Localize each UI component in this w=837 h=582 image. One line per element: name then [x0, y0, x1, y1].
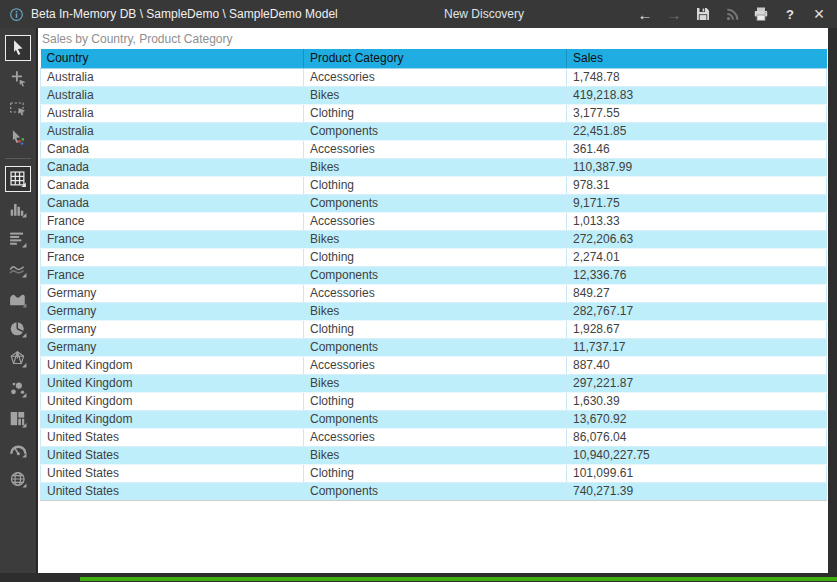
- bottom-strip: [0, 573, 837, 582]
- table-cell[interactable]: Germany: [41, 284, 304, 302]
- help-button[interactable]: ?: [780, 4, 800, 24]
- table-cell[interactable]: 9,171.75: [567, 194, 827, 212]
- table-cell[interactable]: Accessories: [304, 428, 567, 446]
- table-cell[interactable]: Components: [304, 410, 567, 428]
- points-select-tool[interactable]: [5, 125, 31, 151]
- table-cell[interactable]: France: [41, 212, 304, 230]
- table-cell[interactable]: 101,099.61: [567, 464, 827, 482]
- save-button[interactable]: [693, 4, 713, 24]
- table-cell[interactable]: 3,177.55: [567, 104, 827, 122]
- table-cell[interactable]: Germany: [41, 320, 304, 338]
- table-cell[interactable]: Accessories: [304, 284, 567, 302]
- table-cell[interactable]: Accessories: [304, 140, 567, 158]
- table-cell[interactable]: Bikes: [304, 302, 567, 320]
- table-cell[interactable]: 978.31: [567, 176, 827, 194]
- column-header-sales[interactable]: Sales: [567, 49, 827, 68]
- table-cell[interactable]: Components: [304, 122, 567, 140]
- print-button[interactable]: [751, 4, 771, 24]
- table-cell[interactable]: Canada: [41, 158, 304, 176]
- table-cell[interactable]: 849.27: [567, 284, 827, 302]
- gauge-view[interactable]: [5, 436, 31, 462]
- pointer-tool[interactable]: [5, 35, 31, 61]
- treemap-view[interactable]: [5, 406, 31, 432]
- table-cell[interactable]: 1,928.67: [567, 320, 827, 338]
- table-cell[interactable]: 1,630.39: [567, 392, 827, 410]
- back-button[interactable]: ←: [635, 4, 655, 24]
- table-cell[interactable]: Clothing: [304, 464, 567, 482]
- forward-button[interactable]: →: [664, 4, 684, 24]
- table-cell[interactable]: Accessories: [304, 356, 567, 374]
- table-cell[interactable]: Components: [304, 194, 567, 212]
- table-cell[interactable]: 11,737.17: [567, 338, 827, 356]
- scatter-chart-view[interactable]: [5, 376, 31, 402]
- table-cell[interactable]: 887.40: [567, 356, 827, 374]
- table-cell[interactable]: Accessories: [304, 212, 567, 230]
- table-cell[interactable]: France: [41, 266, 304, 284]
- plus-pointer-tool[interactable]: [5, 65, 31, 91]
- table-cell[interactable]: United Kingdom: [41, 392, 304, 410]
- table-cell[interactable]: 740,271.39: [567, 482, 827, 500]
- close-button[interactable]: ×: [809, 4, 829, 24]
- table-cell[interactable]: Australia: [41, 104, 304, 122]
- table-cell[interactable]: Accessories: [304, 68, 567, 86]
- table-cell[interactable]: United States: [41, 482, 304, 500]
- table-cell[interactable]: Australia: [41, 122, 304, 140]
- area-chart-view[interactable]: [5, 286, 31, 312]
- table-cell[interactable]: Australia: [41, 86, 304, 104]
- table-cell[interactable]: Clothing: [304, 320, 567, 338]
- table-cell[interactable]: France: [41, 248, 304, 266]
- table-cell[interactable]: United States: [41, 446, 304, 464]
- table-cell[interactable]: 419,218.83: [567, 86, 827, 104]
- info-icon[interactable]: [9, 7, 24, 22]
- table-cell[interactable]: 110,387.99: [567, 158, 827, 176]
- grid-view[interactable]: [5, 166, 31, 192]
- table-cell[interactable]: Canada: [41, 194, 304, 212]
- table-cell[interactable]: Bikes: [304, 86, 567, 104]
- table-cell[interactable]: 86,076.04: [567, 428, 827, 446]
- table-cell[interactable]: United Kingdom: [41, 410, 304, 428]
- table-cell[interactable]: Clothing: [304, 104, 567, 122]
- table-cell[interactable]: Components: [304, 338, 567, 356]
- table-cell[interactable]: 2,274.01: [567, 248, 827, 266]
- table-cell[interactable]: Bikes: [304, 230, 567, 248]
- table-cell[interactable]: United Kingdom: [41, 356, 304, 374]
- line-chart-view[interactable]: [5, 256, 31, 282]
- table-cell[interactable]: Clothing: [304, 248, 567, 266]
- column-header-country[interactable]: Country: [41, 49, 304, 68]
- table-cell[interactable]: France: [41, 230, 304, 248]
- table-cell[interactable]: 272,206.63: [567, 230, 827, 248]
- table-cell[interactable]: Germany: [41, 302, 304, 320]
- table-cell[interactable]: Bikes: [304, 446, 567, 464]
- table-cell[interactable]: Clothing: [304, 392, 567, 410]
- window-title: Beta In-Memory DB \ SampleDemo \ SampleD…: [31, 7, 338, 21]
- table-cell[interactable]: 282,767.17: [567, 302, 827, 320]
- table-cell[interactable]: 13,670.92: [567, 410, 827, 428]
- table-cell[interactable]: United States: [41, 464, 304, 482]
- table-cell[interactable]: 1,013.33: [567, 212, 827, 230]
- bar-chart-view[interactable]: [5, 226, 31, 252]
- map-view[interactable]: [5, 466, 31, 492]
- table-cell[interactable]: Components: [304, 482, 567, 500]
- table-cell[interactable]: Clothing: [304, 176, 567, 194]
- table-cell[interactable]: Canada: [41, 176, 304, 194]
- table-cell[interactable]: Australia: [41, 68, 304, 86]
- column-chart-view[interactable]: [5, 196, 31, 222]
- table-cell[interactable]: 1,748.78: [567, 68, 827, 86]
- table-cell[interactable]: Germany: [41, 338, 304, 356]
- table-cell[interactable]: Components: [304, 266, 567, 284]
- table-cell[interactable]: 297,221.87: [567, 374, 827, 392]
- column-header-product-category[interactable]: Product Category: [304, 49, 567, 68]
- feed-button[interactable]: [722, 4, 742, 24]
- table-cell[interactable]: Canada: [41, 140, 304, 158]
- table-cell[interactable]: United Kingdom: [41, 374, 304, 392]
- table-cell[interactable]: 361.46: [567, 140, 827, 158]
- pie-chart-view[interactable]: [5, 316, 31, 342]
- table-cell[interactable]: Bikes: [304, 158, 567, 176]
- table-cell[interactable]: 22,451.85: [567, 122, 827, 140]
- table-cell[interactable]: 10,940,227.75: [567, 446, 827, 464]
- radar-chart-view[interactable]: [5, 346, 31, 372]
- table-cell[interactable]: 12,336.76: [567, 266, 827, 284]
- table-cell[interactable]: United States: [41, 428, 304, 446]
- table-cell[interactable]: Bikes: [304, 374, 567, 392]
- marquee-select-tool[interactable]: [5, 95, 31, 121]
